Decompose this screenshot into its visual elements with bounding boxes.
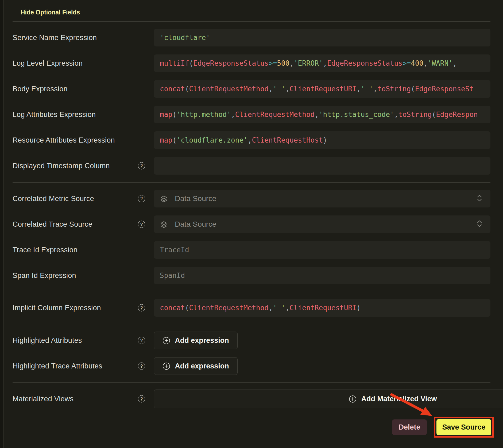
select-placeholder: Data Source xyxy=(175,194,216,203)
help-icon[interactable]: ? xyxy=(138,304,145,312)
label-area: Resource Attributes Expression xyxy=(13,131,154,149)
field-label: Body Expression xyxy=(13,85,68,93)
row-correlated-trace-source: Correlated Trace Source ? Data Source xyxy=(13,215,490,233)
label-area: Span Id Expression xyxy=(13,267,154,284)
help-icon[interactable]: ? xyxy=(138,221,145,228)
add-materialized-view-button[interactable]: Add Materialized View xyxy=(154,390,503,408)
add-expression-button[interactable]: Add expression xyxy=(154,332,238,349)
panel-border-left xyxy=(3,0,3,448)
add-expression-label: Add expression xyxy=(175,362,229,370)
section-divider xyxy=(13,292,490,292)
service-name-expression-input[interactable]: 'cloudflare' xyxy=(154,29,490,46)
resource-attributes-expression-input[interactable]: map('cloudflare.zone', ClientRequestHost… xyxy=(154,131,490,149)
row-trace-id-expression: Trace Id Expression TraceId xyxy=(13,241,490,259)
source-settings-panel: Hide Optional Fields Service Name Expres… xyxy=(0,0,503,448)
label-area: Implicit Column Expression ? xyxy=(13,299,154,317)
left-gutter xyxy=(0,0,3,448)
panel-border-right xyxy=(500,1,500,448)
field-label: Service Name Expression xyxy=(13,34,97,42)
field-label: Highlighted Attributes xyxy=(13,336,82,345)
correlated-metric-source-select[interactable]: Data Source xyxy=(154,190,490,207)
label-area: Highlighted Trace Attributes ? xyxy=(13,357,154,375)
implicit-column-expression-input[interactable]: concat(ClientRequestMethod, ' ', ClientR… xyxy=(154,299,490,317)
field-label: Log Level Expression xyxy=(13,59,83,68)
help-icon[interactable]: ? xyxy=(138,395,145,403)
field-label: Correlated Trace Source xyxy=(13,220,92,229)
span-id-expression-input[interactable]: SpanId xyxy=(154,267,490,284)
chevron-up-down-icon xyxy=(476,219,483,229)
field-label: Implicit Column Expression xyxy=(13,304,101,312)
help-icon[interactable]: ? xyxy=(138,363,145,370)
chevron-up-down-icon xyxy=(476,194,483,203)
row-log-attributes-expression: Log Attributes Expression map('http.meth… xyxy=(13,106,490,123)
select-placeholder: Data Source xyxy=(175,220,216,229)
field-label: Span Id Expression xyxy=(13,272,76,280)
field-label: Highlighted Trace Attributes xyxy=(13,362,102,370)
field-label: Displayed Timestamp Column xyxy=(13,162,110,170)
row-highlighted-attributes: Highlighted Attributes ? Add expression xyxy=(13,332,490,349)
field-label: Log Attributes Expression xyxy=(13,111,96,119)
label-area: Body Expression xyxy=(13,80,154,98)
input-placeholder: TraceId xyxy=(160,246,189,254)
row-correlated-metric-source: Correlated Metric Source ? Data Source xyxy=(13,190,490,207)
label-area: Highlighted Attributes ? xyxy=(13,332,154,349)
help-icon[interactable]: ? xyxy=(138,337,145,344)
plus-circle-icon xyxy=(349,395,357,403)
log-attributes-expression-input[interactable]: map('http.method', ClientRequestMethod, … xyxy=(154,106,490,123)
label-area: Materialized Views ? xyxy=(13,390,154,408)
label-area: Log Attributes Expression xyxy=(13,106,154,123)
field-label: Correlated Metric Source xyxy=(13,195,94,203)
label-area: Correlated Trace Source ? xyxy=(13,215,154,233)
delete-button[interactable]: Delete xyxy=(392,419,427,435)
hide-optional-fields-link[interactable]: Hide Optional Fields xyxy=(21,9,80,16)
row-span-id-expression: Span Id Expression SpanId xyxy=(13,267,490,284)
trace-id-expression-input[interactable]: TraceId xyxy=(154,241,490,259)
body-expression-input[interactable]: concat(ClientRequestMethod, ' ', ClientR… xyxy=(154,80,490,98)
plus-circle-icon xyxy=(162,362,170,370)
panel-border-top xyxy=(3,1,503,1)
label-area: Service Name Expression xyxy=(13,29,154,46)
row-displayed-timestamp-column: Displayed Timestamp Column ? xyxy=(13,157,490,175)
save-source-button[interactable]: Save Source xyxy=(436,419,491,435)
plus-circle-icon xyxy=(162,337,170,344)
annotation-highlight-box: Save Source xyxy=(434,417,494,438)
correlated-trace-source-select[interactable]: Data Source xyxy=(154,215,490,233)
field-label: Resource Attributes Expression xyxy=(13,136,115,144)
input-placeholder: SpanId xyxy=(160,272,185,280)
row-resource-attributes-expression: Resource Attributes Expression map('clou… xyxy=(13,131,490,149)
label-area: Trace Id Expression xyxy=(13,241,154,259)
label-area: Displayed Timestamp Column ? xyxy=(13,157,154,175)
log-level-expression-input[interactable]: multiIf(EdgeResponseStatus >= 500, 'ERRO… xyxy=(154,54,490,72)
row-highlighted-trace-attributes: Highlighted Trace Attributes ? Add expre… xyxy=(13,357,490,375)
layers-icon xyxy=(160,195,168,203)
row-implicit-column-expression: Implicit Column Expression ? concat(Clie… xyxy=(13,299,490,317)
layers-icon xyxy=(160,220,168,228)
help-icon[interactable]: ? xyxy=(138,162,145,170)
row-log-level-expression: Log Level Expression multiIf(EdgeRespons… xyxy=(13,54,490,72)
field-label: Materialized Views xyxy=(13,395,73,403)
displayed-timestamp-column-input[interactable] xyxy=(154,157,490,175)
row-body-expression: Body Expression concat(ClientRequestMeth… xyxy=(13,80,490,98)
section-divider xyxy=(13,382,490,383)
field-label: Trace Id Expression xyxy=(13,246,78,254)
label-area: Correlated Metric Source ? xyxy=(13,190,154,207)
section-divider xyxy=(13,182,490,183)
help-icon[interactable]: ? xyxy=(138,195,145,202)
add-expression-button[interactable]: Add expression xyxy=(154,357,238,375)
add-materialized-view-label: Add Materialized View xyxy=(361,395,437,403)
label-area: Log Level Expression xyxy=(13,54,154,72)
row-materialized-views: Materialized Views ? Add Materialized Vi… xyxy=(13,390,490,408)
add-expression-label: Add expression xyxy=(175,336,229,345)
row-service-name-expression: Service Name Expression 'cloudflare' xyxy=(13,29,490,46)
section-divider xyxy=(13,21,490,22)
